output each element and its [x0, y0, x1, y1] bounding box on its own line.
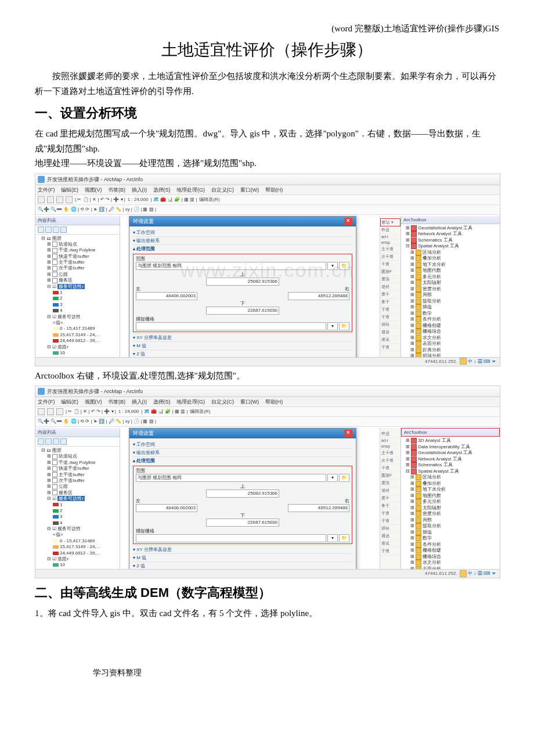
menu-select[interactable]: 选择(S)	[153, 187, 171, 193]
arcmap-screenshot-1: 开发强度相关操作步骤 - ArcMap - ArcInfo 文件(F) 编辑(E…	[35, 174, 500, 366]
arctoolbox-panel[interactable]: ArcToolbox ⊞ Geostatistical Analyst 工具 ⊞…	[400, 216, 500, 358]
window-title-bar: 开发强度相关操作步骤 - ArcMap - ArcInfo	[35, 174, 500, 185]
menu-bar[interactable]: 文件(F) 编辑(E) 视图(V) 书签(B) 插入(I) 选择(S) 地理处理…	[35, 397, 500, 407]
scale-combo[interactable]: 1 : 24,000	[128, 195, 149, 204]
arctoolbox-tree[interactable]: ⊞ Geostatistical Analyst 工具 ⊞ Network An…	[401, 224, 500, 366]
arcmap-screenshot-2: 开发强度相关操作步骤 - ArcMap - ArcInfo 文件(F) 编辑(E…	[35, 386, 500, 578]
processing-extent-section: 范围 与图层 规划范围 相同 ▾ 📁 上 25082.915366 左4640	[133, 254, 352, 332]
section-1-heading: 一、设置分析环境	[35, 105, 499, 122]
page-header-right: (word 完整版)土地适宜性评价(操作步骤)GIS	[35, 23, 499, 34]
sec1-p3: Arctoolbox 右键，环境设置,处理范围,选择"规划范围"。	[35, 369, 499, 384]
window-title-bar: 开发强度相关操作步骤 - ArcMap - ArcInfo	[35, 386, 500, 397]
toc-toolbar[interactable]	[35, 225, 120, 235]
menu-window[interactable]: 窗口(W)	[240, 187, 259, 193]
menu-bar[interactable]: 文件(F) 编辑(E) 视图(V) 书签(B) 插入(I) 选择(S) 地理处理…	[35, 185, 500, 195]
toolbar-standard[interactable]: | ✂ 📋 | ✕ | ↶ ↷ | ➕ ▾ | 1 : 24,000 | 🗺️ …	[35, 407, 500, 417]
close-icon[interactable]: ✕	[344, 218, 352, 225]
environment-settings-dialog: 环境设置 ✕ ▾ 工作空间 ▾ 输出坐标系 ▴ 处理范围 范围 与图层 规划范围…	[129, 428, 356, 578]
open-icon[interactable]	[47, 196, 54, 203]
arctoolbox-header: ArcToolbox	[401, 428, 500, 437]
new-icon[interactable]	[38, 408, 45, 415]
close-icon[interactable]: ✕	[344, 430, 352, 437]
map-canvas[interactable]: 环境设置 ✕ ▾ 工作空间 ▾ 输出坐标系 ▴ 处理范围 范围 与图层 规划范围…	[120, 428, 380, 570]
tray-icon[interactable]	[460, 570, 467, 577]
toc-tree[interactable]: ⊟ 🗂 图层 ⊞ 轨道站点 ⊞ 干道.dwg Polyline ⊞ 快速干道bu…	[35, 235, 120, 358]
arctoolbox-panel[interactable]: ArcToolbox ⊞ 3D Analyst 工具 ⊞ Data Intero…	[400, 428, 500, 570]
dialog-title-bar[interactable]: 环境设置 ✕	[129, 217, 356, 226]
toolbar-standard[interactable]: | ✂ 📋 | ✕ | ↶ ↷ | ➕ ▾ | 1 : 24,000 | 🗺️ …	[35, 195, 500, 205]
window-title: 开发强度相关操作步骤 - ArcMap - ArcInfo	[47, 386, 143, 397]
extent-combo[interactable]: 与图层 规划范围 相同	[136, 262, 326, 270]
new-icon[interactable]	[38, 196, 45, 203]
list-by-selection-icon[interactable]	[60, 438, 67, 445]
browse-icon[interactable]: 📁	[339, 322, 349, 330]
status-bar: 47441.611 252. 中 ♪ ☰ ⌨ ⏷	[35, 357, 500, 366]
table-of-contents[interactable]: 内容列表 ⊟ 🗂 图层 ⊞ 轨道站点 ⊞ 干道.dwg Polyline ⊞ 快…	[35, 428, 120, 570]
editor-label[interactable]: 编辑器(R)	[199, 195, 219, 204]
snap-raster-input[interactable]	[136, 322, 326, 330]
menu-geoprocessing[interactable]: 地理处理(G)	[176, 187, 205, 193]
tray-icon[interactable]	[460, 358, 467, 365]
dropdown-icon[interactable]: ▾	[327, 262, 338, 270]
side-tab-strip[interactable]: 默认 ▾ 作业ad-rensp 主干道次干道干道 圆形F度强迷径 度干务于于道 …	[380, 216, 400, 358]
list-by-drawing-icon[interactable]	[38, 226, 44, 233]
menu-customize[interactable]: 自定义(C)	[211, 187, 234, 193]
environment-settings-dialog: 环境设置 ✕ ▾ 工作空间 ▾ 输出坐标系 ▴ 处理范围 范围 与图层 规划范围…	[129, 216, 356, 366]
intro-paragraph: 按照张媛媛老师的要求，土地适宜性评价至少包括坡度和洪水淹没分析两个生态限制要素。…	[35, 69, 499, 99]
menu-view[interactable]: 视图(V)	[85, 187, 102, 193]
default-dropdown[interactable]: 默认 ▾	[380, 218, 400, 226]
map-canvas[interactable]: 环境设置 ✕ ▾ 工作空间 ▾ 输出坐标系 ▴ 处理范围 范围 与图层 规划范围…	[120, 216, 380, 358]
print-icon[interactable]	[66, 196, 73, 203]
dropdown-icon[interactable]: ▾	[327, 322, 338, 330]
list-by-selection-icon[interactable]	[60, 226, 67, 233]
window-title: 开发强度相关操作步骤 - ArcMap - ArcInfo	[47, 174, 143, 185]
list-by-visibility-icon[interactable]	[53, 438, 59, 445]
menu-bookmark[interactable]: 书签(B)	[108, 187, 125, 193]
list-by-visibility-icon[interactable]	[53, 226, 59, 233]
page-footer: 学习资料整理	[35, 668, 499, 678]
menu-file[interactable]: 文件(F)	[38, 187, 55, 193]
dialog-title: 环境设置	[133, 218, 154, 225]
section-2-heading: 二、由等高线生成 DEM（数字高程模型）	[35, 584, 499, 602]
list-by-source-icon[interactable]	[45, 226, 52, 233]
toolbar-tools[interactable]: 🔍➕ 🔍➖ ✋ 🌐 | ⟲ ⟳ | ➤ ℹ️ | 🔎 📏 | xy | 🕓 | …	[35, 417, 500, 427]
sec2-p1: 1。将 cad 文件导入 gis 中。双击 cad 文件名，有 5 个文件，选择…	[35, 606, 499, 621]
list-by-source-icon[interactable]	[45, 438, 52, 445]
arctoolbox-header: ArcToolbox	[401, 216, 500, 224]
arcmap-logo-icon	[38, 388, 45, 395]
menu-edit[interactable]: 编辑(E)	[61, 187, 78, 193]
list-by-drawing-icon[interactable]	[38, 438, 44, 445]
arcmap-logo-icon	[38, 176, 45, 183]
menu-insert[interactable]: 插入(I)	[132, 187, 147, 193]
main-title: 土地适宜性评价（操作步骤）	[35, 39, 499, 61]
sec1-p1: 在 cad 里把规划范围写成一个块"规划范围。dwg"。导入 gis 中，双击，…	[35, 127, 499, 156]
toc-header: 内容列表	[35, 216, 120, 225]
browse-icon[interactable]: 📁	[339, 262, 349, 270]
open-icon[interactable]	[47, 408, 54, 415]
status-bar: 47441.611 252. 中 ♪ ☰ ⌨ ⏷	[35, 569, 500, 578]
sec1-p2: 地理处理——环境设置——处理范围，选择"规划范围"shp.	[35, 156, 499, 171]
table-of-contents[interactable]: 内容列表 ⊟ 🗂 图层 ⊞ 轨道站点 ⊞ 干道.dwg Polyline ⊞ 快…	[35, 216, 120, 358]
menu-help[interactable]: 帮助(H)	[265, 187, 283, 193]
toolbar-tools[interactable]: 🔍➕ 🔍➖ ✋ 🌐 | ⟲ ⟳ | ➤ ℹ️ | 🔎 📏 | xy | 🕓 | …	[35, 205, 500, 215]
save-icon[interactable]	[56, 196, 63, 203]
side-tab-strip[interactable]: 作业ad-rensp 主干道次干道干道 圆形F度强迷径 度干务于于道 于道训站通…	[380, 428, 400, 570]
save-icon[interactable]	[56, 408, 63, 415]
